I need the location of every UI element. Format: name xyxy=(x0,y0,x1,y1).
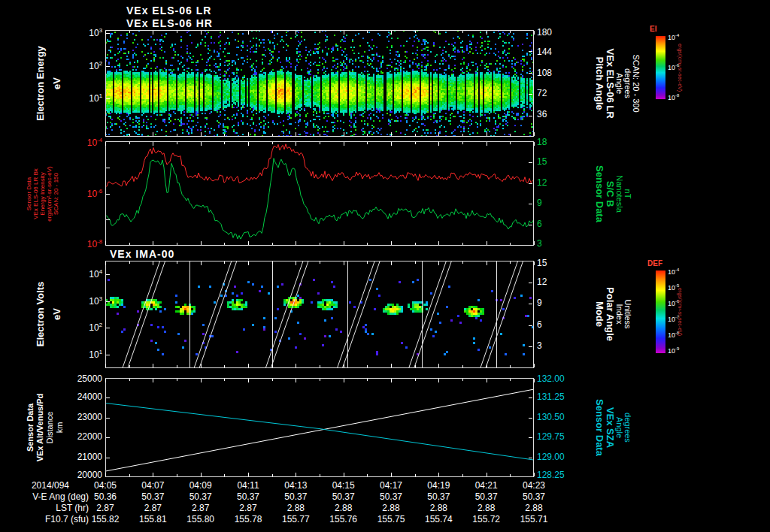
tick-mark xyxy=(367,142,368,144)
tick-mark xyxy=(320,142,320,144)
table-cell-value: 50.37 xyxy=(178,491,223,502)
tick-mark xyxy=(105,132,106,136)
tick-mark xyxy=(296,473,296,476)
tick-mark xyxy=(296,379,296,382)
table-cell-value: 155.78 xyxy=(226,514,271,524)
colorbar-ei-units: ergs/(cm²-sr-sec-eV) xyxy=(678,44,683,92)
tick-mark xyxy=(201,31,202,35)
y-axis-tick-label: 180 xyxy=(537,27,579,38)
table-cell-value: 2.87 xyxy=(83,503,128,513)
table-row-label: V-E Ang (deg) xyxy=(5,491,89,502)
y-axis-tick-label: 6 xyxy=(537,219,579,229)
y-axis-tick-label: 12 xyxy=(537,177,579,188)
tick-mark xyxy=(320,134,320,136)
y-axis-tick-label: 108 xyxy=(537,68,579,78)
tick-mark xyxy=(462,261,463,264)
colorbar-def-title: DEF xyxy=(647,259,662,268)
tick-mark xyxy=(201,473,202,476)
tick-mark xyxy=(177,365,177,367)
y-axis-tick-label: 129.00 xyxy=(537,452,579,462)
tick-mark xyxy=(177,261,177,264)
tick-mark xyxy=(415,142,416,144)
tick-mark xyxy=(462,31,463,33)
tick-mark xyxy=(320,243,320,245)
table-cell-value: 2.88 xyxy=(416,503,461,513)
tick-mark xyxy=(320,474,320,476)
tick-mark xyxy=(367,365,368,367)
table-cell-value: 50.37 xyxy=(273,491,318,502)
colorbar-tick-label: 10-4 xyxy=(668,268,679,276)
tick-mark xyxy=(106,219,110,220)
tick-mark xyxy=(487,473,487,476)
tick-mark xyxy=(510,134,511,136)
tick-mark xyxy=(105,379,106,382)
y-axis-tick-label: 9 xyxy=(537,298,579,308)
tick-mark xyxy=(105,142,106,146)
tick-mark xyxy=(529,183,532,184)
axis-label-line: Electron Volts xyxy=(35,282,46,346)
table-cell-value: 50.37 xyxy=(511,491,556,502)
y-axis-tick-label: 3 xyxy=(537,340,579,351)
tick-mark xyxy=(129,379,130,381)
axis-label-line: Sensor Data xyxy=(594,399,605,456)
y-axis-tick-label: 102 xyxy=(47,322,102,333)
table-cell-value: 155.81 xyxy=(130,514,175,524)
tick-mark xyxy=(201,241,202,245)
table-row-label: F10.7 (sfu) xyxy=(5,514,89,524)
tick-mark xyxy=(224,474,225,476)
tick-mark xyxy=(391,132,392,136)
table-cell-value: 155.77 xyxy=(273,514,318,524)
tick-mark xyxy=(153,241,153,245)
y-axis-tick-label: 24000 xyxy=(47,391,102,402)
altitude-sza-canvas xyxy=(105,378,534,477)
tick-mark xyxy=(415,243,416,245)
tick-mark xyxy=(106,33,110,34)
tick-mark xyxy=(529,458,532,458)
axis-label-line: SCAN: 20 - 300 xyxy=(632,54,641,112)
tick-mark xyxy=(153,31,153,35)
tick-mark xyxy=(272,134,273,136)
y-axis-tick-label: 132.00 xyxy=(537,373,579,384)
tick-mark xyxy=(391,261,392,265)
tick-mark xyxy=(224,142,225,144)
tick-mark xyxy=(510,142,511,144)
y-axis-tick-label: 130.50 xyxy=(537,412,579,422)
tick-mark xyxy=(177,474,177,476)
axis-label-line: eV xyxy=(51,308,62,320)
axis-label-line: SCAN: 20 - 150 xyxy=(53,173,59,215)
tick-mark xyxy=(320,365,320,367)
axis-label-line: VEx ELS-06 LR xyxy=(605,48,616,118)
y-axis-tick-label: 101 xyxy=(47,92,102,104)
ima-spectrogram-canvas xyxy=(105,261,534,368)
tick-mark xyxy=(105,241,106,245)
tick-mark xyxy=(487,241,487,245)
tick-mark xyxy=(344,132,344,136)
tick-mark xyxy=(391,379,392,382)
y-axis-tick-label: 15 xyxy=(537,156,579,167)
tick-mark xyxy=(248,241,249,245)
axis-label-line: VEx SZA xyxy=(605,407,616,448)
tick-mark xyxy=(201,261,202,265)
tick-mark xyxy=(438,241,439,245)
tick-mark xyxy=(534,379,535,382)
tick-mark xyxy=(106,66,110,67)
tick-mark xyxy=(344,473,344,476)
tick-mark xyxy=(344,241,344,245)
axis-label-line: VEx ELS-06 LR Bk xyxy=(32,168,39,219)
y-axis-tick-label: 103 xyxy=(47,27,102,38)
tick-mark xyxy=(391,142,392,146)
tick-mark xyxy=(248,379,249,382)
tick-mark xyxy=(153,142,153,146)
time-tick-label: 04:13 xyxy=(273,480,318,491)
tick-mark xyxy=(438,379,439,382)
tick-mark xyxy=(344,31,344,35)
table-cell-value: 2.88 xyxy=(511,503,556,513)
time-tick-label: 04:17 xyxy=(368,480,414,491)
tick-mark xyxy=(320,261,320,264)
y-axis-tick-label: 36 xyxy=(537,109,579,119)
tick-mark xyxy=(534,142,535,146)
table-cell-value: 50.37 xyxy=(226,491,271,502)
tick-mark xyxy=(201,132,202,136)
colorbar-tick-label: 10-4 xyxy=(668,33,679,41)
table-cell-value: 155.82 xyxy=(83,514,128,524)
